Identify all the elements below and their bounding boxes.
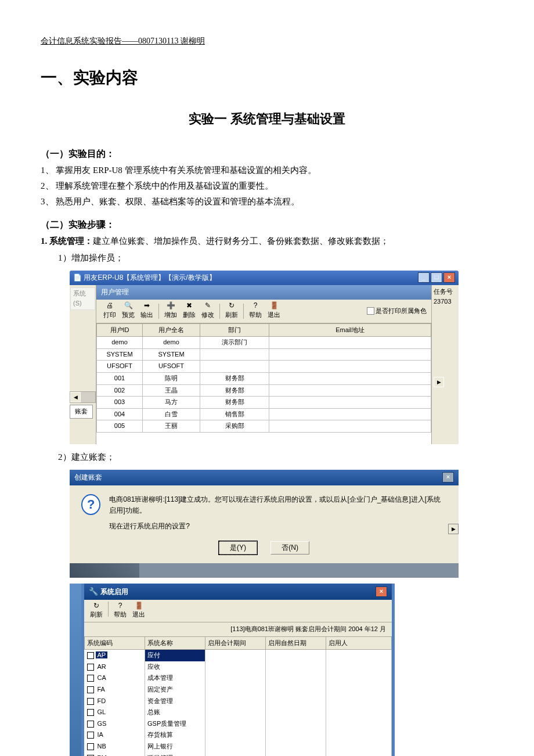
cell [326,661,392,673]
enable-checkbox[interactable] [87,732,94,739]
print-button[interactable]: 🖨打印 [101,302,118,321]
cell [266,650,326,661]
enable-checkbox[interactable] [87,743,94,750]
table-row[interactable]: 003马方财务部 [97,397,431,409]
scroll-right-button[interactable]: ▶ [434,377,444,387]
delete-button[interactable]: ✖删除 [181,302,198,321]
table-row[interactable]: GL总账 [85,707,392,718]
output-button[interactable]: ➡输出 [138,302,156,321]
cell [326,741,392,753]
no-button[interactable]: 否(N) [270,541,309,555]
close-button[interactable]: × [443,272,455,283]
table-row[interactable]: SYSTEMSYSTEM [97,348,431,361]
enable-checkbox[interactable] [87,709,94,716]
panel-title: 用户管理 [96,285,431,300]
cell [326,718,392,730]
table-row[interactable]: UFSOFTUFSOFT [97,361,431,373]
edit-button[interactable]: ✎修改 [199,302,217,321]
help-button[interactable]: ?帮助 [111,602,129,620]
step-1-2: 2）建立账套； [58,450,493,464]
decorative-strip [70,563,459,578]
cell-name: GSP质量管理 [145,718,205,730]
cell: demo [97,337,143,349]
cell-name: 总账 [145,707,205,718]
scroll-left-button[interactable]: ◀ [70,392,81,402]
enable-checkbox[interactable] [87,652,94,659]
col-date[interactable]: 启用自然日期 [266,636,326,650]
col-email[interactable]: Email地址 [269,323,431,337]
enable-checkbox[interactable] [87,721,94,728]
yes-button[interactable]: 是(Y) [219,541,257,555]
goal-item: 3、 熟悉用户、账套、权限、基础档案等的设置和管理的基本流程。 [41,195,493,208]
col-user[interactable]: 启用人 [326,636,392,650]
col-period[interactable]: 启用会计期间 [205,636,266,650]
col-name[interactable]: 系统名称 [145,636,205,650]
edit-icon: ✎ [203,302,212,310]
col-code[interactable]: 系统编码 [85,636,145,650]
table-row[interactable]: PM项目管理 [85,753,392,756]
cell [205,696,266,707]
print-role-checkbox[interactable] [367,307,374,315]
col-username[interactable]: 用户全名 [143,323,200,337]
preview-button[interactable]: 🔍预览 [120,302,137,321]
cell [266,753,326,756]
table-row[interactable]: AR应收 [85,661,392,673]
dialog-close-button[interactable]: × [442,472,454,483]
exit-button[interactable]: 🚪退出 [130,602,147,620]
screenshot-create-account: 创建账套 × ? 电商081班谢柳明:[113]建立成功。您可以现在进行系统启用… [70,470,459,578]
enable-checkbox[interactable] [87,698,94,705]
table-row[interactable]: FD资金管理 [85,696,392,707]
cell-code: FD [85,696,145,707]
delete-icon: ✖ [185,302,194,310]
table-row[interactable]: NB网上银行 [85,741,392,753]
cell: 演示部门 [200,337,269,349]
cell [326,684,392,696]
wrench-icon: 🔧 [89,587,98,596]
cell [326,696,392,707]
enable-checkbox[interactable] [87,675,94,682]
table-row[interactable]: GSGSP质量管理 [85,718,392,730]
table-row[interactable]: FA固定资产 [85,684,392,696]
cell: 003 [97,397,143,409]
cell-code: NB [85,741,145,753]
close-button[interactable]: × [376,586,387,597]
table-row[interactable]: 004白雪销售部 [97,408,431,420]
enable-checkbox[interactable] [87,686,94,693]
table-row[interactable]: CA成本管理 [85,672,392,684]
window-titlebar: 🔧系统启用 × [84,584,392,600]
table-row[interactable]: 005王丽采购部 [97,420,431,433]
toolbar: ↻刷新 ?帮助 🚪退出 [84,600,392,622]
minimize-button[interactable]: _ [418,272,430,283]
help-button[interactable]: ?帮助 [247,302,264,321]
add-button[interactable]: ➕增加 [162,302,179,321]
table-row[interactable]: AP应付 [85,650,392,661]
cell [266,684,326,696]
account-info: [113]电商081班谢柳明 账套启用会计期间 2004 年12 月 [84,622,392,636]
cell [269,397,431,409]
refresh-button[interactable]: ↻刷新 [223,302,240,321]
decorative-left-strip [70,584,81,756]
table-row[interactable]: 001陈明财务部 [97,372,431,384]
table-row[interactable]: demodemo演示部门 [97,337,431,349]
cell [266,672,326,684]
menu-system[interactable]: 系统(S) [70,287,95,310]
table-header-row: 用户ID 用户全名 部门 Email地址 [97,323,431,337]
cell [269,420,431,433]
table-row[interactable]: IA存货核算 [85,729,392,741]
maximize-button[interactable]: □ [431,272,442,283]
app-icon: 📄 [73,273,84,282]
tab-accounts[interactable]: 账套 [70,405,93,419]
cell-name: 应付 [145,650,205,661]
cell-name: 网上银行 [145,741,205,753]
cell-code: GS [85,718,145,730]
table-row[interactable]: 002王晶财务部 [97,384,431,397]
cell [266,718,326,730]
window-titlebar: 📄 用友ERP-U8【系统管理】【演示/教学版】 _ □ × [70,271,459,285]
cell [266,729,326,741]
col-userid[interactable]: 用户ID [97,323,143,337]
col-dept[interactable]: 部门 [200,323,269,337]
exit-button[interactable]: 🚪退出 [265,302,283,321]
refresh-button[interactable]: ↻刷新 [88,602,105,620]
enable-checkbox[interactable] [87,664,94,671]
scroll-right-button[interactable]: ▶ [448,524,459,534]
